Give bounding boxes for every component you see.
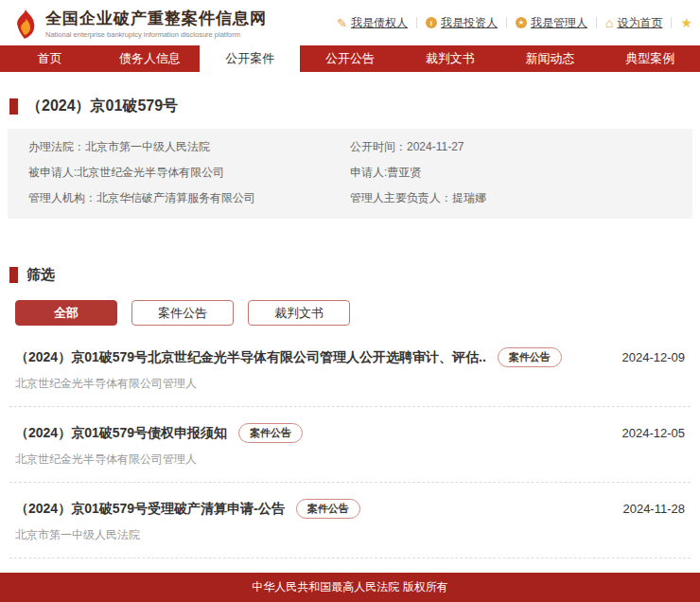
administrator-link[interactable]: ★ 我是管理人 (516, 15, 587, 31)
document-date: 2024-12-09 (622, 350, 686, 364)
document-type-badge: 案件公告 (498, 347, 562, 367)
site-subtitle: National enterprise bankruptcy informati… (45, 30, 267, 39)
page: 全国企业破产重整案件信息网 National enterprise bankru… (0, 0, 700, 602)
creditor-link[interactable]: ✎ 我是债权人 (337, 15, 408, 31)
case-number-title: （2024）京01破579号 (26, 97, 178, 116)
top-links: ✎ 我是债权人 i 我是投资人 ★ 我是管理人 ⌂ 设为首页 ★ (337, 15, 692, 31)
detail-administrator-org: 管理人机构：北京华信破产清算服务有限公司 (28, 191, 350, 205)
detail-label: 办理法院： (28, 140, 85, 153)
red-accent-bar (9, 267, 18, 283)
home-icon: ⌂ (605, 15, 613, 30)
filter-all-button[interactable]: 全部 (15, 300, 117, 326)
filter-buttons: 全部 案件公告 裁判文书 (15, 300, 700, 326)
case-title-heading: （2024）京01破579号 (9, 97, 700, 116)
red-accent-bar (9, 98, 18, 115)
document-source: 北京世纪金光半导体有限公司管理人 (15, 452, 685, 468)
detail-value: 曹亚贤 (387, 166, 421, 179)
investor-link[interactable]: i 我是投资人 (426, 15, 498, 31)
detail-value: 提瑞娜 (452, 191, 486, 204)
list-item-row: （2024）京01破579号债权申报须知 案件公告 2024-12-05 (15, 423, 685, 443)
nav-item-news[interactable]: 新闻动态 (500, 45, 601, 72)
set-homepage-link[interactable]: ⌂ 设为首页 (605, 15, 662, 31)
detail-label: 被申请人: (28, 166, 77, 179)
divider (506, 17, 507, 28)
document-title[interactable]: （2024）京01破579号受理破产清算申请-公告 (15, 501, 285, 518)
detail-applicant: 申请人:曹亚贤 (350, 166, 672, 180)
list-item[interactable]: （2024）京01破579号北京世纪金光半导体有限公司管理人公开选聘审计、评估.… (9, 331, 691, 407)
document-date: 2024-12-05 (622, 426, 686, 440)
nav-item-judgment-documents[interactable]: 裁判文书 (400, 45, 500, 72)
detail-value: 2024-11-27 (407, 140, 464, 153)
nav-item-public-announcements[interactable]: 公开公告 (300, 45, 400, 72)
nav-item-public-cases[interactable]: 公开案件 (200, 45, 300, 72)
page-footer: 中华人民共和国最高人民法院 版权所有 (0, 573, 700, 602)
nav-item-debtor-info[interactable]: 债务人信息 (100, 45, 201, 72)
detail-publish-time: 公开时间：2024-11-27 (350, 140, 672, 154)
case-document-list: （2024）京01破579号北京世纪金光半导体有限公司管理人公开选聘审计、评估.… (9, 331, 691, 602)
detail-handling-court: 办理法院：北京市第一中级人民法院 (28, 140, 350, 154)
document-source: 北京世纪金光半导体有限公司管理人 (15, 376, 685, 392)
filter-heading: 筛选 (9, 266, 700, 284)
creditor-link-label: 我是债权人 (351, 15, 408, 31)
list-item[interactable]: （2024）京01破579号受理破产清算申请-公告 案件公告 2024-11-2… (9, 483, 691, 558)
detail-label: 管理人主要负责人： (350, 191, 452, 204)
detail-value: 北京市第一中级人民法院 (85, 140, 210, 153)
info-circle-icon: i (426, 17, 437, 28)
top-header: 全国企业破产重整案件信息网 National enterprise bankru… (0, 0, 700, 45)
divider (416, 17, 417, 28)
list-item[interactable]: （2024）京01破579号债权申报须知 案件公告 2024-12-05 北京世… (9, 407, 691, 483)
list-item-row: （2024）京01破579号受理破产清算申请-公告 案件公告 2024-11-2… (15, 499, 685, 519)
star-favorite-icon[interactable]: ★ (680, 15, 692, 30)
document-source: 北京市第一中级人民法院 (15, 527, 685, 543)
detail-value: 北京世纪金光半导体有限公司 (77, 166, 224, 179)
site-logo[interactable]: 全国企业破产重整案件信息网 National enterprise bankru… (9, 7, 267, 39)
divider (671, 17, 672, 28)
flame-logo-icon (9, 7, 38, 39)
filter-title: 筛选 (26, 266, 55, 284)
list-item-row: （2024）京01破579号北京世纪金光半导体有限公司管理人公开选聘审计、评估.… (15, 347, 685, 367)
detail-respondent: 被申请人:北京世纪金光半导体有限公司 (28, 166, 350, 180)
document-date: 2024-11-28 (622, 502, 685, 516)
divider (596, 17, 597, 28)
document-title[interactable]: （2024）京01破579号债权申报须知 (15, 425, 227, 442)
medal-circle-icon: ★ (516, 17, 527, 28)
nav-item-home[interactable]: 首页 (0, 45, 100, 72)
detail-administrator-person: 管理人主要负责人：提瑞娜 (350, 191, 672, 205)
detail-label: 管理人机构： (28, 191, 96, 204)
detail-value: 北京华信破产清算服务有限公司 (96, 191, 255, 204)
administrator-link-label: 我是管理人 (531, 15, 587, 31)
set-homepage-link-label: 设为首页 (617, 15, 662, 31)
site-title-block: 全国企业破产重整案件信息网 National enterprise bankru… (45, 8, 267, 39)
signature-pen-icon: ✎ (337, 16, 347, 30)
document-type-badge: 案件公告 (238, 423, 303, 443)
document-title[interactable]: （2024）京01破579号北京世纪金光半导体有限公司管理人公开选聘审计、评估.… (15, 349, 486, 366)
filter-case-announcement-button[interactable]: 案件公告 (131, 300, 234, 326)
investor-link-label: 我是投资人 (441, 15, 498, 31)
main-nav: 首页 债务人信息 公开案件 公开公告 裁判文书 新闻动态 典型案例 (0, 45, 700, 72)
nav-item-typical-cases[interactable]: 典型案例 (600, 45, 700, 72)
site-title: 全国企业破产重整案件信息网 (45, 8, 267, 29)
case-detail-panel: 办理法院：北京市第一中级人民法院 公开时间：2024-11-27 被申请人:北京… (8, 129, 692, 219)
document-type-badge: 案件公告 (296, 499, 360, 519)
filter-judgment-document-button[interactable]: 裁判文书 (248, 300, 350, 326)
detail-label: 公开时间： (350, 140, 407, 153)
detail-label: 申请人: (350, 166, 387, 179)
